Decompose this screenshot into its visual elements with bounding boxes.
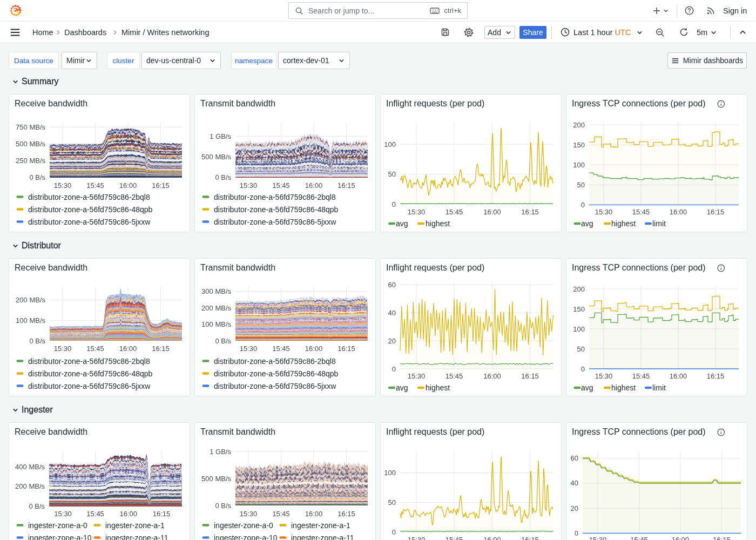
svg-text:15:45: 15:45 [272, 510, 290, 518]
svg-text:ingester-zone-a-1: ingester-zone-a-1 [105, 521, 165, 530]
svg-text:Transmit bandwidth: Transmit bandwidth [200, 427, 275, 436]
svg-text:0: 0 [575, 529, 578, 537]
svg-text:0: 0 [581, 365, 585, 373]
svg-text:distributor-zone-a-56fd759c86-: distributor-zone-a-56fd759c86-5jxxw [214, 382, 336, 390]
svg-text:16:00: 16:00 [305, 510, 323, 518]
svg-text:16:00: 16:00 [483, 536, 501, 540]
svg-text:0: 0 [392, 200, 396, 208]
svg-text:15:45: 15:45 [446, 536, 463, 540]
svg-text:distributor-zone-a-56fd759c86-: distributor-zone-a-56fd759c86-48qpb [28, 369, 153, 378]
svg-text:15:30: 15:30 [240, 181, 258, 190]
svg-text:Ingress TCP connections (per p: Ingress TCP connections (per pod) [572, 427, 706, 436]
svg-text:16:15: 16:15 [338, 181, 355, 190]
svg-text:Ingress TCP connections (per p: Ingress TCP connections (per pod) [572, 263, 706, 272]
svg-text:200: 200 [573, 285, 585, 293]
svg-text:distributor-zone-a-56fd759c86-: distributor-zone-a-56fd759c86-2bql8 [214, 193, 336, 201]
svg-text:15:30: 15:30 [408, 372, 426, 380]
svg-text:15:30: 15:30 [54, 345, 72, 353]
svg-text:ingester-zone-a-11: ingester-zone-a-11 [291, 534, 354, 540]
svg-text:200 MB/s: 200 MB/s [16, 296, 45, 304]
svg-text:distributor-zone-a-56fd759c86-: distributor-zone-a-56fd759c86-48qpb [214, 369, 339, 378]
svg-text:15:30: 15:30 [240, 345, 258, 353]
svg-text:distributor-zone-a-56fd759c86-: distributor-zone-a-56fd759c86-2bql8 [214, 357, 336, 366]
svg-text:distributor-zone-a-56fd759c86-: distributor-zone-a-56fd759c86-5jxxw [28, 218, 151, 226]
svg-text:16:15: 16:15 [521, 536, 539, 540]
svg-text:15:30: 15:30 [54, 510, 72, 518]
svg-text:0: 0 [581, 201, 585, 209]
svg-text:Inflight requests (per pod): Inflight requests (per pod) [386, 427, 484, 436]
svg-text:16:00: 16:00 [670, 208, 687, 216]
svg-text:Transmit bandwidth: Transmit bandwidth [200, 99, 275, 108]
svg-text:15:45: 15:45 [86, 345, 104, 353]
svg-text:distributor-zone-a-56fd759c86-: distributor-zone-a-56fd759c86-2bql8 [28, 193, 150, 201]
svg-text:avg: avg [396, 383, 408, 392]
svg-text:60: 60 [388, 281, 396, 289]
svg-text:Inflight requests (per pod): Inflight requests (per pod) [386, 99, 484, 108]
svg-text:ingester-zone-a-10: ingester-zone-a-10 [28, 534, 92, 540]
svg-text:0: 0 [392, 365, 396, 373]
svg-text:ingester-zone-a-10: ingester-zone-a-10 [214, 534, 278, 540]
svg-text:16:00: 16:00 [483, 208, 501, 216]
svg-text:16:00: 16:00 [119, 345, 137, 353]
svg-text:ingester-zone-a-0: ingester-zone-a-0 [214, 521, 273, 530]
svg-text:200 MB/s: 200 MB/s [201, 304, 231, 312]
svg-text:20: 20 [388, 337, 396, 345]
svg-text:15:45: 15:45 [272, 181, 290, 190]
svg-text:distributor-zone-a-56fd759c86-: distributor-zone-a-56fd759c86-2bql8 [28, 357, 150, 366]
svg-text:distributor-zone-a-56fd759c86-: distributor-zone-a-56fd759c86-5jxxw [214, 218, 336, 226]
svg-text:50: 50 [388, 170, 396, 178]
svg-text:100 MB/s: 100 MB/s [16, 316, 45, 325]
svg-text:20: 20 [571, 504, 578, 512]
svg-text:highest: highest [426, 219, 450, 228]
svg-text:150: 150 [573, 305, 585, 313]
svg-text:60: 60 [571, 454, 578, 462]
svg-text:16:15: 16:15 [153, 510, 171, 518]
svg-text:Transmit bandwidth: Transmit bandwidth [200, 263, 275, 272]
svg-text:250 MB/s: 250 MB/s [16, 157, 45, 165]
svg-text:150: 150 [573, 141, 585, 149]
svg-text:16:15: 16:15 [152, 181, 170, 190]
svg-text:15:30: 15:30 [54, 181, 72, 190]
svg-text:16:00: 16:00 [305, 181, 323, 190]
svg-text:Receive bandwidth: Receive bandwidth [15, 99, 87, 108]
svg-text:16:15: 16:15 [707, 372, 725, 380]
svg-text:15:45: 15:45 [632, 208, 650, 216]
svg-text:100: 100 [573, 325, 585, 333]
svg-text:0 B/s: 0 B/s [215, 502, 231, 510]
svg-text:50: 50 [577, 181, 585, 189]
svg-text:15:30: 15:30 [240, 510, 258, 518]
svg-text:Receive bandwidth: Receive bandwidth [15, 263, 87, 272]
svg-text:100: 100 [384, 140, 396, 148]
svg-text:16:00: 16:00 [305, 345, 323, 353]
svg-text:50: 50 [388, 498, 396, 507]
svg-text:15:30: 15:30 [408, 536, 426, 540]
svg-text:16:15: 16:15 [338, 510, 355, 518]
svg-text:15:45: 15:45 [86, 510, 104, 518]
svg-text:15:30: 15:30 [595, 372, 613, 380]
svg-text:ingester-zone-a-11: ingester-zone-a-11 [105, 534, 168, 540]
svg-text:Inflight requests (per pod): Inflight requests (per pod) [386, 263, 484, 272]
svg-text:500 MB/s: 500 MB/s [201, 475, 231, 483]
svg-text:avg: avg [396, 219, 408, 228]
svg-text:0: 0 [392, 528, 396, 536]
svg-text:avg: avg [581, 219, 593, 228]
svg-text:400 MB/s: 400 MB/s [15, 463, 45, 471]
svg-text:15:30: 15:30 [408, 208, 426, 216]
svg-text:1 GB/s: 1 GB/s [210, 132, 231, 140]
svg-text:limit: limit [652, 219, 666, 228]
svg-text:highest: highest [611, 383, 636, 392]
svg-text:avg: avg [581, 383, 593, 392]
svg-text:100: 100 [573, 161, 585, 169]
svg-text:15:45: 15:45 [446, 372, 463, 380]
svg-text:16:15: 16:15 [338, 345, 355, 353]
svg-text:16:15: 16:15 [707, 208, 725, 216]
svg-text:16:00: 16:00 [120, 510, 138, 518]
svg-text:distributor-zone-a-56fd759c86-: distributor-zone-a-56fd759c86-48qpb [28, 205, 153, 214]
svg-text:16:00: 16:00 [119, 181, 137, 190]
svg-text:ingester-zone-a-1: ingester-zone-a-1 [291, 521, 350, 530]
svg-text:15:30: 15:30 [589, 536, 607, 540]
svg-text:0 B/s: 0 B/s [29, 173, 45, 181]
svg-text:0 B/s: 0 B/s [29, 502, 45, 510]
svg-text:15:45: 15:45 [272, 345, 290, 353]
svg-text:500 MB/s: 500 MB/s [201, 153, 231, 161]
